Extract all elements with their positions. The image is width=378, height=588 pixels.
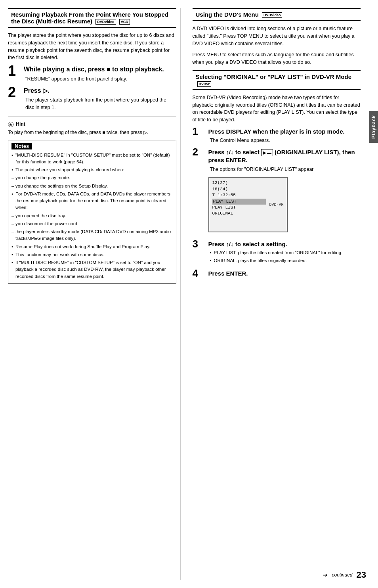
right-column: Using the DVD's Menu DVDVideo A DVD VIDE… [189, 8, 361, 580]
hint-title: ✳ Hint [8, 121, 176, 127]
right-step2: 2 Press ↑/↓ to select ▶ ▬ (ORIGINAL/PLAY… [193, 148, 361, 236]
left-step1-heading: While playing a disc, press ■ to stop pl… [24, 65, 176, 74]
dvdvr-badge: DVDvr [197, 81, 212, 87]
screen-row2: 18(34) [212, 186, 266, 192]
dvd-screen-left: 12(27) 18(34) T 1:32:55 PLAY LIST PLAY L… [212, 180, 266, 229]
right-section2-intro: Some DVD-VR (Video Recording) mode have … [193, 94, 361, 124]
right-step4-number: 4 [193, 268, 205, 278]
hint-icon: ✳ [8, 122, 13, 127]
left-step1: 1 While playing a disc, press ■ to stop … [8, 65, 176, 83]
arrow-continued-icon: ➔ [323, 572, 328, 578]
right-step3-item2: ORIGINAL: plays the titles originally re… [210, 257, 361, 264]
left-step2-body: The player starts playback from the poin… [25, 96, 176, 111]
notes-list-item: For DVD-VR mode, CDs, DATA CDs, and DATA… [11, 191, 173, 211]
right-section1-title-text: Using the DVD's Menu [196, 11, 259, 18]
screen-row5: PLAY LIST [212, 205, 266, 211]
right-step2-body: The options for "ORIGINAL/PLAY LIST" app… [210, 166, 361, 173]
left-divider [8, 116, 176, 117]
right-section1-title-box: Using the DVD's Menu DVDVideo [193, 8, 361, 21]
page-container: Playback Resuming Playback From the Poin… [0, 0, 378, 588]
notes-box: Notes "MULTI-DISC RESUME" in "CUSTOM SET… [8, 140, 176, 284]
main-content: Resuming Playback From the Point Where Y… [0, 0, 368, 588]
screen-row6: ORIGINAL [212, 211, 266, 216]
notes-list-item: "MULTI-DISC RESUME" in "CUSTOM SETUP" mu… [11, 152, 173, 166]
notes-list-item: If "MULTI-DISC RESUME" in "CUSTOM SETUP"… [11, 259, 173, 280]
screen-row1: 12(27) [212, 180, 266, 186]
dvd-screen: 12(27) 18(34) T 1:32:55 PLAY LIST PLAY L… [208, 177, 288, 232]
dvd-screen-label: DVD-VR [269, 203, 283, 207]
right-section1-text1: A DVD VIDEO is divided into long section… [193, 25, 361, 47]
right-section2-title-text: Selecting "ORIGINAL" or "PLAY LIST" in D… [196, 73, 352, 80]
left-section-title: Resuming Playback From the Point Where Y… [8, 8, 176, 28]
left-column: Resuming Playback From the Point Where Y… [8, 8, 181, 580]
hint-text: To play from the beginning of the disc, … [8, 129, 176, 136]
notes-title: Notes [11, 143, 32, 149]
right-step3-item1: PLAY LIST: plays the titles created from… [210, 249, 361, 256]
notes-list-item: you opened the disc tray. [11, 213, 173, 219]
dvdvideo-badge-right: DVDVideo [262, 12, 282, 18]
left-step2-number: 2 [8, 85, 21, 100]
left-step2: 2 Press ▷. The player starts playback fr… [8, 87, 176, 111]
screen-row3: T 1:32:55 [212, 192, 266, 198]
side-tab: Playback [369, 111, 378, 143]
right-step2-number: 2 [193, 147, 205, 157]
screen-row4: PLAY LIST [212, 199, 266, 205]
right-step1-content: Press DISPLAY when the player is in stop… [208, 128, 361, 144]
play-icon-small: ▶ [263, 150, 266, 155]
right-step4: 4 Press ENTER. [193, 270, 361, 279]
right-step3-heading: Press ↑/↓ to select a setting. [208, 240, 361, 248]
notes-list-item: Resume Play does not work during Shuffle… [11, 243, 173, 250]
left-step2-heading: Press ▷. [24, 87, 176, 95]
notes-list: "MULTI-DISC RESUME" in "CUSTOM SETUP" mu… [11, 152, 173, 280]
left-step1-number: 1 [8, 64, 21, 78]
right-step2-pre: Press ↑/↓ to select [208, 149, 260, 155]
original-play-list-icon: ▶ ▬ [261, 149, 273, 156]
right-step1-heading: Press DISPLAY when the player is in stop… [208, 128, 361, 136]
left-step1-body: "RESUME" appears on the front panel disp… [25, 75, 176, 83]
right-step1: 1 Press DISPLAY when the player is in st… [193, 128, 361, 144]
notes-list-item: the player enters standby mode (DATA CD/… [11, 228, 173, 242]
left-intro-text: The player stores the point where you st… [8, 32, 176, 61]
right-step3-list: PLAY LIST: plays the titles created from… [208, 249, 361, 264]
continued-text: continued [332, 572, 352, 578]
page-footer: ➔ continued 23 [323, 570, 366, 580]
right-section1-text2: Press MENU to select items such as langu… [193, 51, 361, 66]
left-step2-content: Press ▷. The player starts playback from… [24, 87, 176, 111]
right-section2-title-box: Selecting "ORIGINAL" or "PLAY LIST" in D… [193, 70, 361, 90]
screen-row8 [212, 223, 266, 229]
right-step1-number: 1 [193, 126, 205, 136]
dvd-screen-inner: 12(27) 18(34) T 1:32:55 PLAY LIST PLAY L… [212, 180, 284, 229]
screen-row7 [212, 217, 266, 223]
right-step2-content: Press ↑/↓ to select ▶ ▬ (ORIGINAL/PLAY L… [208, 148, 361, 236]
right-step3-content: Press ↑/↓ to select a setting. PLAY LIST… [208, 240, 361, 266]
right-step3-number: 3 [193, 239, 205, 249]
vcd-badge: VCD [119, 19, 130, 25]
right-step4-heading: Press ENTER. [208, 270, 361, 278]
right-step2-heading: Press ↑/↓ to select ▶ ▬ (ORIGINAL/PLAY L… [208, 148, 361, 164]
right-step3: 3 Press ↑/↓ to select a setting. PLAY LI… [193, 240, 361, 266]
right-step1-body: The Control Menu appears. [210, 137, 361, 144]
notes-list-item: you change the play mode. [11, 174, 173, 181]
notes-list-item: you change the settings on the Setup Dis… [11, 183, 173, 190]
notes-list-item: This function may not work with some dis… [11, 251, 173, 258]
left-step1-content: While playing a disc, press ■ to stop pl… [24, 65, 176, 83]
dvdvideo-badge-left: DVDVideo [95, 19, 116, 25]
hint-container: ✳ Hint To play from the beginning of the… [8, 121, 176, 136]
notes-list-item: The point where you stopped playing is c… [11, 167, 173, 173]
notes-list-item: you disconnect the power cord. [11, 220, 173, 227]
right-step4-content: Press ENTER. [208, 270, 361, 279]
page-number: 23 [357, 570, 366, 580]
left-section-title-text: Resuming Playback From the Point Where Y… [11, 11, 168, 25]
list-icon-small: ▬ [267, 150, 271, 155]
